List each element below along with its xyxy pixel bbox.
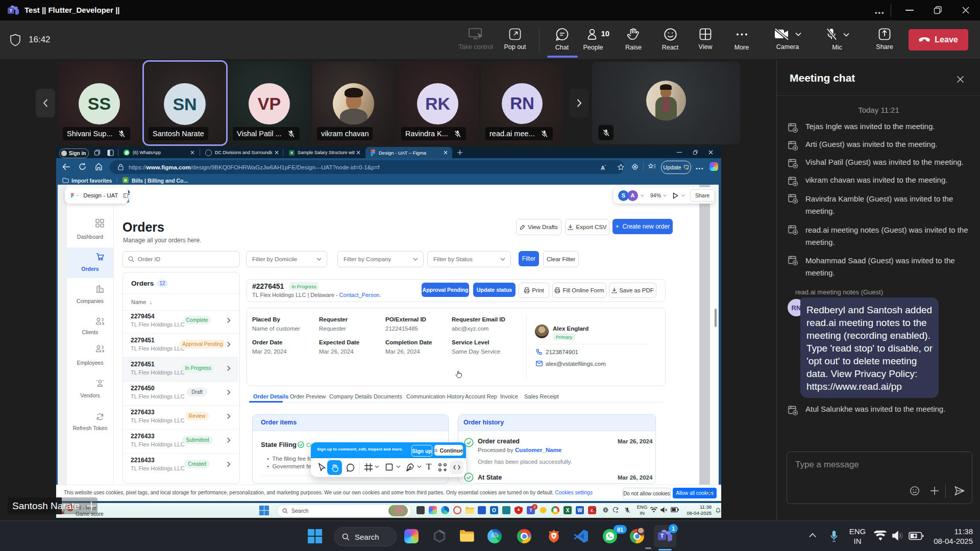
svg-text:T: T [10, 8, 13, 13]
svg-text:T: T [660, 533, 664, 539]
